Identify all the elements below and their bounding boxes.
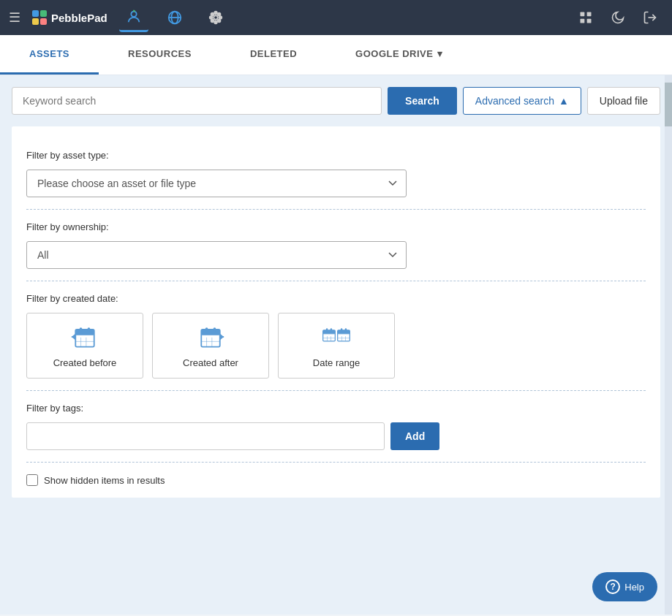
tags-input[interactable] [26, 422, 385, 450]
hamburger-icon[interactable]: ☰ [9, 9, 20, 26]
svg-rect-49 [338, 330, 350, 333]
created-before-btn[interactable]: Created before [26, 313, 143, 379]
filter-ownership: Filter by ownership: All Mine Shared wit… [26, 210, 646, 281]
calendar-before-icon [70, 324, 99, 350]
main-content: Search Advanced search ▲ Upload file Fil… [0, 75, 672, 615]
logo-area: PebblePad [32, 10, 107, 25]
top-nav: ☰ PebblePad [0, 0, 672, 35]
ownership-label: Filter by ownership: [26, 221, 646, 232]
help-circle-icon: ? [605, 579, 620, 594]
date-label: Filter by created date: [26, 293, 646, 304]
svg-point-14 [211, 20, 214, 23]
svg-rect-16 [587, 12, 592, 17]
svg-point-7 [214, 12, 217, 15]
scrollbar[interactable] [665, 75, 672, 615]
show-hidden-row: Show hidden items in results [26, 474, 646, 486]
grid-icon[interactable] [573, 4, 599, 31]
show-hidden-checkbox[interactable] [26, 474, 38, 486]
filter-asset-type: Filter by asset type: Please choose an a… [26, 138, 646, 210]
svg-rect-55 [345, 328, 347, 331]
tab-resources[interactable]: RESOURCES [99, 35, 221, 75]
tab-assets[interactable]: ASSETS [0, 35, 99, 75]
scrollbar-thumb[interactable] [665, 83, 672, 126]
asset-type-label: Filter by asset type: [26, 150, 646, 161]
calendar-range-icon [322, 324, 351, 350]
filter-tags: Filter by tags: Add [26, 391, 646, 463]
svg-rect-21 [75, 330, 94, 335]
created-after-btn[interactable]: Created after [152, 313, 269, 379]
nav-left: ☰ PebblePad [9, 3, 230, 32]
help-button[interactable]: ? Help [592, 572, 657, 601]
svg-rect-47 [331, 328, 333, 331]
calendar-after-icon [196, 324, 225, 350]
svg-line-2 [134, 10, 135, 11]
svg-rect-46 [326, 328, 328, 331]
tab-google-drive[interactable]: GOOGLE DRIVE ▾ [326, 35, 472, 75]
svg-rect-26 [80, 327, 83, 331]
advanced-search-label: Advanced search [475, 95, 554, 107]
ownership-select[interactable]: All Mine Shared with me [26, 241, 407, 269]
nav-globe-icon[interactable] [160, 3, 189, 32]
tags-input-row: Add [26, 422, 646, 450]
svg-rect-31 [201, 330, 219, 335]
svg-rect-15 [581, 12, 585, 17]
svg-rect-18 [587, 19, 592, 23]
created-after-label: Created after [183, 357, 238, 368]
logo-icon [32, 10, 47, 25]
upload-file-button[interactable]: Upload file [587, 87, 660, 115]
app-title: PebblePad [51, 12, 107, 24]
svg-point-12 [217, 20, 220, 23]
svg-rect-54 [341, 328, 343, 331]
advanced-search-button[interactable]: Advanced search ▲ [463, 87, 581, 115]
chevron-down-icon: ▾ [437, 48, 443, 59]
search-button[interactable]: Search [388, 87, 457, 115]
moon-icon[interactable] [605, 4, 631, 31]
nav-flower-icon[interactable] [201, 3, 230, 32]
asset-type-select[interactable]: Please choose an asset or file type [26, 170, 407, 197]
svg-point-6 [214, 15, 218, 20]
tab-deleted[interactable]: DELETED [221, 35, 326, 75]
svg-rect-17 [581, 19, 585, 23]
logo-dot-blue [32, 10, 39, 17]
search-input[interactable] [12, 87, 382, 115]
svg-point-0 [131, 11, 136, 16]
tabs-bar: ASSETS RESOURCES DELETED GOOGLE DRIVE ▾ [0, 35, 672, 75]
svg-point-10 [219, 16, 222, 19]
help-label: Help [624, 582, 644, 593]
exit-icon[interactable] [637, 4, 663, 31]
logo-dot-green [40, 10, 47, 17]
logo-dot-red [40, 18, 47, 25]
add-tag-button[interactable]: Add [390, 422, 439, 450]
filter-date: Filter by created date: [26, 281, 646, 391]
svg-rect-41 [323, 330, 336, 333]
date-range-label: Date range [313, 357, 360, 368]
chevron-up-icon: ▲ [559, 95, 569, 107]
show-hidden-label: Show hidden items in results [44, 475, 165, 486]
nav-right [573, 4, 663, 31]
svg-point-9 [209, 16, 212, 19]
tab-google-drive-label: GOOGLE DRIVE [355, 48, 433, 59]
nav-person-icon[interactable] [119, 3, 148, 32]
logo-dot-yellow [32, 18, 39, 25]
svg-rect-37 [214, 327, 216, 331]
svg-point-8 [214, 21, 217, 24]
filter-panel: Filter by asset type: Please choose an a… [12, 126, 660, 498]
created-before-label: Created before [53, 357, 117, 368]
svg-point-13 [217, 13, 220, 16]
svg-point-11 [211, 13, 214, 16]
date-buttons: Created before [26, 313, 646, 379]
tags-label: Filter by tags: [26, 403, 646, 414]
svg-rect-27 [88, 327, 91, 331]
svg-rect-36 [205, 327, 208, 331]
search-row: Search Advanced search ▲ Upload file [12, 87, 660, 115]
date-range-btn[interactable]: Date range [278, 313, 395, 379]
